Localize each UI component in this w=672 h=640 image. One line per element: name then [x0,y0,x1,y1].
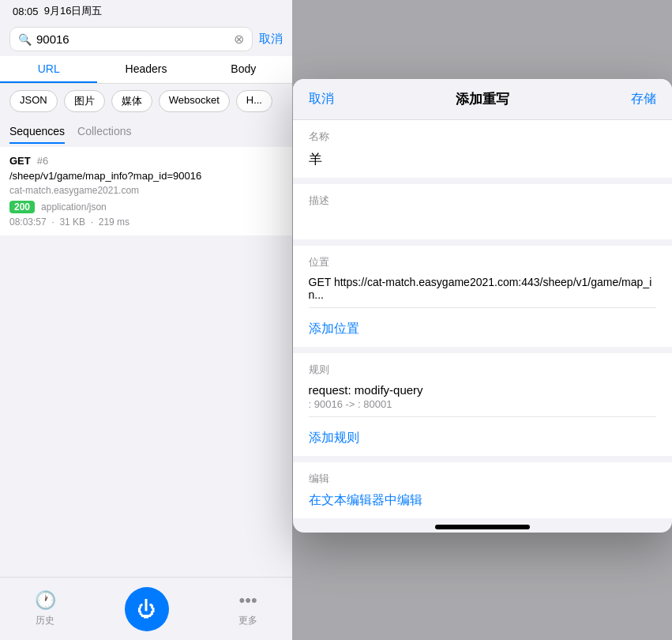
content-type: application/json [41,201,107,213]
tab-collections[interactable]: Collections [77,125,131,144]
rule-detail: : 90016 -> : 80001 [309,398,656,410]
search-cancel-button[interactable]: 取消 [259,32,283,47]
description-value[interactable] [309,214,656,230]
name-value[interactable]: 羊 [309,150,656,168]
chips-bar: JSON 图片 媒体 Websocket H... [0,84,292,119]
modal-header: 取消 添加重写 存储 [293,79,672,120]
method-badge: GET [9,155,31,167]
description-section: 描述 [293,184,672,239]
modal-overlay: 取消 添加重写 存储 名称 羊 描述 位置 GET https://cat-ma… [292,0,672,640]
modal-save-button[interactable]: 存储 [631,91,656,107]
location-section: 位置 GET https://cat-match.easygame2021.co… [293,246,672,347]
bottom-indicator [435,525,530,529]
status-time: 08:05 [13,6,39,17]
tab-sequences[interactable]: Sequences [9,125,65,144]
item-url: /sheep/v1/game/map_info?map_id=90016 [9,170,283,182]
tab-headers[interactable]: Headers [97,56,194,83]
edit-in-editor-button[interactable]: 在文本编辑器中编辑 [309,492,656,509]
tab-body[interactable]: Body [195,56,292,83]
location-value: GET https://cat-match.easygame2021.com:4… [309,276,656,301]
seq-tabs: Sequences Collections [0,119,292,144]
more-button[interactable]: ••• 更多 [238,590,257,627]
tab-url[interactable]: URL [0,56,97,83]
edit-section: 编辑 在文本编辑器中编辑 [293,462,672,518]
modal-cancel-button[interactable]: 取消 [309,91,334,107]
modal-title: 添加重写 [456,90,509,108]
item-host: cat-match.easygame2021.com [9,185,283,196]
chip-more[interactable]: H... [236,90,272,112]
chip-json[interactable]: JSON [9,90,58,112]
more-label: 更多 [238,614,257,627]
search-bar: 🔍 ⊗ 取消 [0,22,292,56]
history-button[interactable]: 🕐 历史 [35,590,56,627]
status-code: 200 [9,201,35,213]
status-bar: 08:05 9月16日周五 [0,0,292,22]
add-rule-button[interactable]: 添加规则 [309,424,656,446]
name-label: 名称 [309,130,656,144]
location-label: 位置 [309,255,656,269]
chip-media[interactable]: 媒体 [111,90,152,112]
modal-body: 名称 羊 描述 位置 GET https://cat-match.easygam… [293,120,672,533]
item-number: #6 [37,155,48,167]
search-input-wrapper: 🔍 ⊗ [9,27,253,51]
rules-label: 规则 [309,363,656,377]
search-icon: 🔍 [18,33,32,46]
description-label: 描述 [309,194,656,208]
status-date: 9月16日周五 [44,4,103,18]
bottom-bar: 🕐 历史 ⏻ ••• 更多 [0,577,292,640]
history-label: 历史 [36,614,54,627]
more-icon: ••• [239,590,257,611]
search-input[interactable] [36,32,229,46]
rules-section: 规则 request: modify-query : 90016 -> : 80… [293,353,672,456]
clear-button[interactable]: ⊗ [234,33,244,46]
list-item[interactable]: GET #6 /sheep/v1/game/map_info?map_id=90… [0,147,292,235]
name-section: 名称 羊 [293,120,672,178]
modal: 取消 添加重写 存储 名称 羊 描述 位置 GET https://cat-ma… [293,79,672,533]
status-row: 200 application/json [9,201,283,213]
power-button[interactable]: ⏻ [125,587,169,631]
rule-type: request: modify-query [309,383,656,397]
chip-image[interactable]: 图片 [64,90,105,112]
clock-icon: 🕐 [35,590,56,611]
request-meta: 08:03:57 · 31 KB · 219 ms [9,216,283,228]
chip-websocket[interactable]: Websocket [159,90,230,112]
power-icon: ⏻ [137,598,156,620]
add-location-button[interactable]: 添加位置 [309,314,656,337]
list-item-header: GET #6 [9,155,283,167]
tabs-bar: URL Headers Body [0,56,292,84]
edit-label: 编辑 [309,472,656,486]
